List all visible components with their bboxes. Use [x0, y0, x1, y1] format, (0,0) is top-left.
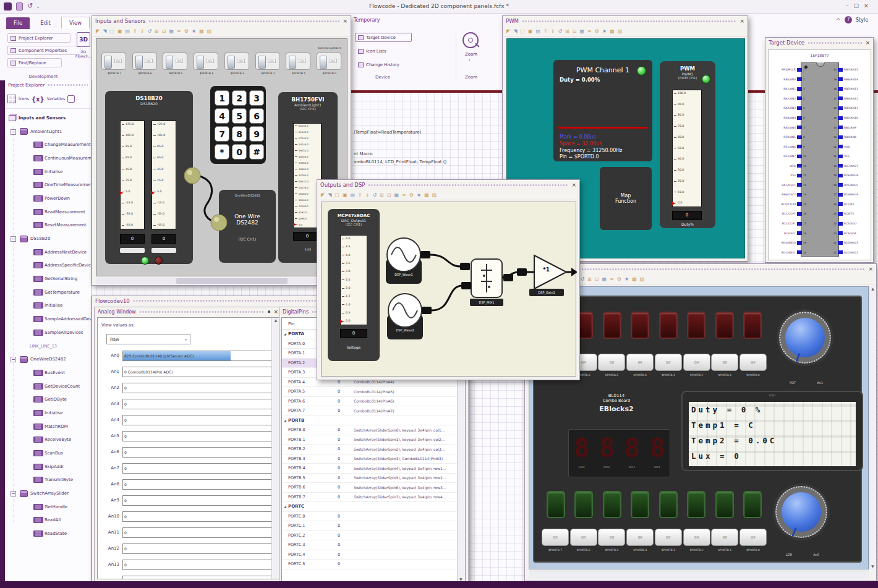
analog-channel-row[interactable]: An14 0 — [98, 573, 277, 579]
pin-pad-right[interactable] — [838, 231, 843, 235]
channel-value-box[interactable]: 825 ComboBL0114(LightSensor ADC) — [122, 351, 273, 361]
toolbar-icon[interactable]: ▦ — [394, 192, 399, 198]
toolbar-icon[interactable]: ⇓ — [365, 192, 370, 198]
pin-pad-right[interactable] — [838, 222, 843, 226]
digital-pin-row[interactable]: ◢ PORTB.7 0 SwitchArray(SliderSpin7), ke… — [282, 493, 465, 503]
portb-button[interactable]: Off — [626, 529, 654, 546]
target-device-toggle[interactable]: Target Device — [355, 33, 412, 42]
tree-item[interactable]: ReadAll — [5, 514, 91, 527]
window-controls[interactable]: –▢× — [846, 2, 874, 9]
toolbar-icon[interactable]: ▦ — [169, 28, 174, 34]
analog-channel-row[interactable]: An7 0 — [98, 460, 277, 476]
digital-pin-row[interactable]: ◢ PORTB.1 0 SwitchArray(SliderSpin1), ke… — [282, 435, 465, 445]
analog-channel-row[interactable]: An5 0 — [98, 428, 277, 444]
duty-scale[interactable]: 100.090.080.070.060.050.040.030.020.010.… — [672, 90, 702, 207]
toolbar-icon[interactable]: ▩ — [610, 28, 615, 34]
close-button[interactable]: × — [864, 2, 874, 9]
toolbar-icon[interactable]: ▢ — [520, 28, 525, 34]
maximize-button[interactable]: ▢ — [854, 2, 864, 9]
target-chip-view[interactable]: 16F18877 RE3/MCLR 1 40 RB7/AN15 RA0 — [768, 49, 871, 260]
project-explorer-header[interactable]: Project Explorer — [5, 80, 91, 90]
digital-pin-row[interactable]: ◢ PORTC — [282, 502, 465, 512]
ldr-knob[interactable] — [775, 486, 827, 538]
toolbar-icon[interactable]: ⚙ — [409, 192, 414, 198]
find-replace-button[interactable]: Find/Replace — [7, 58, 62, 67]
keypad-key[interactable]: 7 — [215, 126, 229, 142]
dsp-panel-canvas[interactable]: MCP47x6DAC DAC_Output1 (I2C CH1) 5.04.54… — [321, 202, 576, 377]
ok-led[interactable] — [141, 257, 149, 265]
toolbar-icon[interactable]: ◤ — [96, 28, 100, 34]
tree-item[interactable]: ReceiveByte — [5, 433, 91, 447]
analog-channel-row[interactable]: An9 0 — [98, 492, 277, 508]
rocker-switch[interactable]: On — [101, 53, 126, 70]
port-switch[interactable]: On $PORTB.6 — [132, 53, 158, 75]
toolbar-icon[interactable]: ▦ — [580, 28, 585, 34]
pin-pad-right[interactable] — [838, 87, 843, 91]
digital-pin-row[interactable]: ◢ PORTC.0 0 — [282, 512, 465, 522]
dsp-mix-label[interactable]: DSP_MIX1 — [470, 299, 503, 306]
tree-item[interactable]: AmbientLight1 — [5, 125, 91, 138]
rocker-switch[interactable]: On — [224, 53, 249, 70]
toolbar-icon[interactable]: ≡ — [177, 28, 181, 34]
rocker-switch[interactable]: On — [132, 53, 157, 70]
toolbar-icon[interactable]: ↺ — [372, 192, 377, 198]
variables-label[interactable]: Variables — [47, 96, 66, 101]
dsp-gain-label[interactable]: DSP_Gain1 — [529, 289, 564, 296]
minimize-button[interactable]: – — [846, 2, 854, 9]
inputs-title-bar[interactable]: Inputs and Sensors × — [92, 16, 351, 26]
digital-pin-row[interactable]: ◢ PORTA.5 0 ComboBL0114(PinA5) — [282, 387, 465, 397]
digital-pin-row[interactable]: ◢ PORTB.5 0 SwitchArray(SliderSpin5), ke… — [282, 474, 465, 484]
pin-pad-left[interactable] — [797, 202, 802, 206]
pin-pad-right[interactable] — [838, 126, 843, 129]
eblocks-vscrollbar[interactable]: ▲ ▼ — [869, 286, 876, 569]
style-button[interactable]: Style — [856, 17, 868, 23]
digital-pin-row[interactable]: ◢ PORTB.2 0 SwitchArray(SliderSpin2), ke… — [282, 445, 465, 454]
pin-pad-right[interactable] — [838, 183, 843, 187]
keypad-key[interactable]: 5 — [232, 108, 247, 124]
pin-pad-left[interactable] — [797, 193, 802, 197]
toolbar-icon[interactable]: ⊡ — [595, 276, 599, 282]
portb-button[interactable]: Off — [570, 529, 597, 546]
tree-item[interactable]: ChangeMeasurement — [5, 138, 91, 151]
portb-button[interactable]: Off — [542, 529, 569, 546]
analog-channel-row[interactable]: An2 0 — [98, 380, 277, 396]
toolbar-icon[interactable]: ▤ — [125, 28, 130, 34]
channel-value-box[interactable]: 0 — [122, 479, 273, 490]
keypad-key[interactable]: 6 — [249, 108, 264, 124]
toolbar-icon[interactable]: ⊞ — [155, 28, 159, 34]
tree-item[interactable]: SkipAddr — [5, 460, 91, 474]
digital-pin-row[interactable]: ◢ PORTC.1 0 — [282, 521, 465, 531]
scroll-down-icon[interactable]: ▼ — [459, 577, 462, 581]
toolbar-icon[interactable]: ▣ — [117, 28, 122, 34]
toolbar-icon[interactable]: ⊡ — [573, 28, 577, 34]
toolbar-icon[interactable]: ▤ — [535, 28, 540, 34]
thermometer-scale-2[interactable]: 125.0105.085.065.045.025.05.0-15.0-35.0-… — [151, 121, 176, 229]
pin-pad-left[interactable] — [797, 183, 802, 187]
keypad-key[interactable]: 1 — [215, 90, 229, 106]
toolbar-icon[interactable]: ⊞ — [587, 276, 592, 282]
icons-label[interactable]: Icons — [19, 96, 29, 101]
toolbar-icon[interactable]: ⚙ — [184, 28, 189, 34]
dsp-wave2-label[interactable]: DSP_Wave2 — [387, 328, 423, 332]
tree-item[interactable]: ReadState — [5, 527, 91, 540]
toolbar-icon[interactable]: ◥ — [513, 28, 517, 34]
2d-flowchart-button[interactable]: 2DFlowch… — [75, 49, 92, 58]
tree-item[interactable]: DS18B20 — [5, 232, 91, 245]
minimize-icon[interactable]: ▪ — [268, 310, 271, 314]
close-icon[interactable]: × — [343, 19, 347, 24]
pin-pad-left[interactable] — [797, 135, 802, 139]
keypad-key[interactable]: 8 — [232, 126, 247, 142]
channel-value-box[interactable]: 0 — [122, 543, 273, 554]
toolbar-icon[interactable]: ⊡ — [387, 192, 391, 198]
port-switch[interactable]: On $PORTB.5 — [163, 53, 189, 75]
portb-button[interactable]: Off — [655, 529, 682, 546]
pin-pad-left[interactable] — [797, 155, 802, 158]
tree-item[interactable]: OneWireDS2482 — [5, 352, 91, 366]
pin-pad-right[interactable] — [838, 202, 843, 206]
toolbar-icon[interactable]: ⇑ — [358, 192, 362, 198]
channel-value-box[interactable]: 0 — [122, 447, 273, 458]
analog-title-bar[interactable]: Analog Window ▪ × — [95, 307, 281, 316]
toolbar-icon[interactable]: ◥ — [103, 28, 106, 34]
pin-pad-left[interactable] — [797, 241, 802, 245]
toolbar-icon[interactable]: ↺ — [580, 276, 584, 282]
